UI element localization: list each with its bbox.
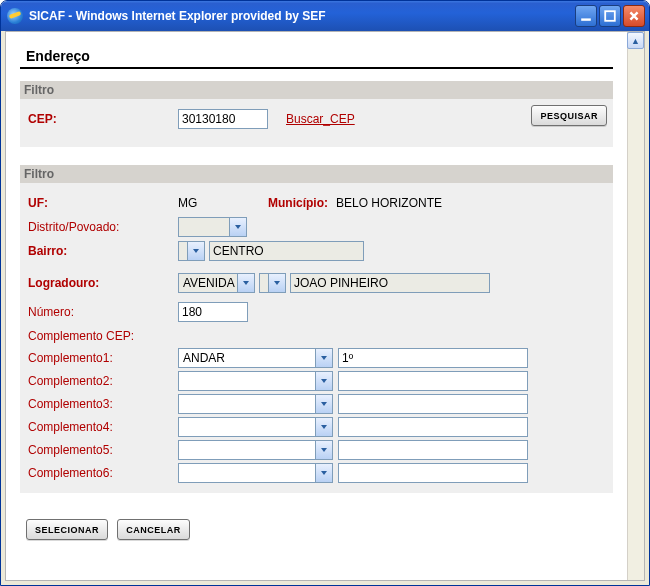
logradouro-mid-select[interactable] — [259, 273, 286, 293]
maximize-button[interactable] — [599, 5, 621, 27]
scroll-up-button[interactable]: ▲ — [627, 32, 644, 49]
distrito-select[interactable] — [178, 217, 247, 237]
filtro1-body: PESQUISAR CEP: Buscar_CEP — [20, 99, 613, 147]
chevron-down-icon — [315, 464, 332, 482]
filtro2-body: UF: MG Município: BELO HORIZONTE Distrit… — [20, 183, 613, 493]
filtro2-heading: Filtro — [20, 165, 613, 183]
window-buttons — [575, 5, 645, 27]
titlebar[interactable]: SICAF - Windows Internet Explorer provid… — [1, 1, 649, 31]
selecionar-button[interactable]: SELECIONAR — [26, 519, 108, 540]
comp5-input[interactable] — [338, 440, 528, 460]
chevron-down-icon — [229, 218, 246, 236]
chevron-down-icon — [315, 372, 332, 390]
chevron-down-icon — [315, 395, 332, 413]
comp2-input[interactable] — [338, 371, 528, 391]
numero-label: Número: — [28, 305, 178, 319]
page-title: Endereço — [20, 48, 613, 69]
comp1-select[interactable]: ANDAR — [178, 348, 333, 368]
comp3-label: Complemento3: — [28, 397, 178, 411]
cep-input[interactable] — [178, 109, 268, 129]
app-window: SICAF - Windows Internet Explorer provid… — [0, 0, 650, 586]
comp3-select[interactable] — [178, 394, 333, 414]
ie-icon — [7, 8, 23, 24]
bairro-label: Bairro: — [28, 244, 178, 258]
bairro-tipo-select[interactable] — [178, 241, 205, 261]
vertical-scrollbar[interactable]: ▲ — [627, 32, 644, 580]
logradouro-tipo-select[interactable]: AVENIDA — [178, 273, 255, 293]
chevron-down-icon — [315, 418, 332, 436]
comp-cep-label: Complemento CEP: — [28, 329, 178, 343]
comp3-input[interactable] — [338, 394, 528, 414]
buscar-cep-link[interactable]: Buscar_CEP — [286, 112, 355, 126]
page-content: Endereço Filtro PESQUISAR CEP: Buscar_CE… — [6, 32, 627, 580]
chevron-down-icon — [268, 274, 285, 292]
svg-rect-1 — [605, 11, 615, 21]
svg-rect-0 — [581, 18, 591, 20]
chevron-down-icon — [187, 242, 204, 260]
chevron-down-icon — [315, 441, 332, 459]
comp2-select[interactable] — [178, 371, 333, 391]
comp4-input[interactable] — [338, 417, 528, 437]
comp6-input[interactable] — [338, 463, 528, 483]
distrito-label: Distrito/Povoado: — [28, 220, 178, 234]
comp6-label: Complemento6: — [28, 466, 178, 480]
comp1-label: Complemento1: — [28, 351, 178, 365]
bairro-input[interactable] — [209, 241, 364, 261]
action-bar: SELECIONAR CANCELAR — [20, 493, 613, 540]
municipio-label: Município: — [268, 196, 328, 210]
logradouro-label: Logradouro: — [28, 276, 178, 290]
minimize-button[interactable] — [575, 5, 597, 27]
municipio-value: BELO HORIZONTE — [336, 196, 442, 210]
numero-input[interactable] — [178, 302, 248, 322]
client-area: ▲ Endereço Filtro PESQUISAR CEP: Buscar_… — [5, 31, 645, 581]
cep-label: CEP: — [28, 112, 178, 126]
pesquisar-button[interactable]: PESQUISAR — [531, 105, 607, 126]
cancelar-button[interactable]: CANCELAR — [117, 519, 190, 540]
window-title: SICAF - Windows Internet Explorer provid… — [29, 9, 575, 23]
chevron-down-icon — [315, 349, 332, 367]
filtro1-heading: Filtro — [20, 81, 613, 99]
comp4-label: Complemento4: — [28, 420, 178, 434]
comp2-label: Complemento2: — [28, 374, 178, 388]
comp5-label: Complemento5: — [28, 443, 178, 457]
logradouro-input[interactable] — [290, 273, 490, 293]
uf-label: UF: — [28, 196, 178, 210]
comp4-select[interactable] — [178, 417, 333, 437]
comp6-select[interactable] — [178, 463, 333, 483]
comp1-input[interactable] — [338, 348, 528, 368]
uf-value: MG — [178, 196, 238, 210]
chevron-down-icon — [237, 274, 254, 292]
close-button[interactable] — [623, 5, 645, 27]
comp5-select[interactable] — [178, 440, 333, 460]
